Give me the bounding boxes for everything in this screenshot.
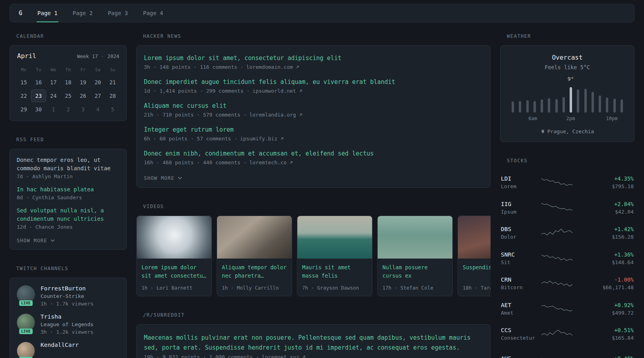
hn-meta-text: 1d · 1,414 points · 299 comments · bbox=[144, 88, 250, 94]
video-body: Aliquam tempor dolor nec pharetra… 1h · … bbox=[217, 259, 292, 296]
hn-domain-link[interactable]: ipsumworld.net bbox=[252, 88, 296, 94]
tab-page-1[interactable]: Page 1 bbox=[32, 4, 63, 22]
hn-domain-link[interactable]: loremtech.co bbox=[249, 160, 287, 165]
stock-change: +4.35% bbox=[572, 175, 634, 182]
video-card[interactable]: Lorem ipsum dolor sit amet consectetu… 1… bbox=[136, 216, 212, 296]
twitch-channel[interactable]: LIVE KendallCarr bbox=[17, 342, 120, 358]
avatar-wrap: LIVE bbox=[17, 313, 35, 332]
chevron-down-icon bbox=[50, 239, 55, 242]
rss-headline[interactable]: In hac habitasse platea bbox=[17, 185, 120, 194]
video-title[interactable]: Lorem ipsum dolor sit amet consectetu… bbox=[142, 263, 207, 280]
stock-name: Ipsum bbox=[501, 209, 541, 215]
stock-sparkline bbox=[541, 278, 572, 290]
weather-bar bbox=[563, 97, 565, 113]
calendar-year: 2024 bbox=[107, 53, 119, 59]
channel-info: Trisha League of Legends 3h · 1.2k viewe… bbox=[41, 313, 93, 335]
subreddit-domain-link[interactable]: loremnet.xyz bbox=[262, 354, 299, 358]
hn-domain-link[interactable]: loremdomain.com bbox=[246, 64, 293, 70]
stock-row[interactable]: LDI Lorem +4.35% $795.18 bbox=[501, 170, 634, 195]
external-link-icon bbox=[299, 113, 303, 117]
weather-widget: Overcast Feels like 5°C 9° 6am 2pm 10pm bbox=[500, 45, 634, 142]
stock-change: +2.84% bbox=[572, 201, 634, 207]
twitch-channel[interactable]: LIVE ForrestBurton Counter-Strike 1h · 1… bbox=[17, 285, 120, 307]
twitch-channel[interactable]: LIVE Trisha League of Legends 3h · 1.2k … bbox=[17, 313, 120, 335]
hn-title[interactable]: Integer eget rutrum lorem bbox=[144, 126, 483, 134]
calendar-day: 25 bbox=[61, 90, 76, 102]
hn-domain-link[interactable]: loremlandia.org bbox=[249, 112, 296, 118]
stock-sparkline bbox=[541, 202, 572, 214]
stock-row[interactable]: AHS +0.46% bbox=[501, 347, 634, 358]
stock-row[interactable]: AET Amet +0.92% $499.72 bbox=[501, 296, 634, 322]
show-more-label: SHOW MORE bbox=[17, 237, 47, 243]
video-title[interactable]: Nullam posuere cursus ex bbox=[382, 263, 448, 280]
rss-headline[interactable]: Donec tempor eros leo, ut commodo mauris… bbox=[17, 156, 120, 173]
tab-page-2[interactable]: Page 2 bbox=[67, 4, 99, 22]
hn-title[interactable]: Lorem ipsum dolor sit amet, consectetur … bbox=[144, 54, 483, 62]
stock-row[interactable]: CRN Bitcorn -1.00% $66,171.48 bbox=[501, 271, 634, 296]
hn-meta-text: 6h · 60 points · 57 comments · bbox=[144, 136, 237, 142]
hn-title[interactable]: Donec imperdiet augue tincidunt felis al… bbox=[144, 78, 483, 86]
weather-section-title: WEATHER bbox=[507, 33, 634, 39]
videos-row[interactable]: Lorem ipsum dolor sit amet consectetu… 1… bbox=[136, 216, 491, 296]
channel-meta: 3h · 1.2k viewers bbox=[41, 329, 93, 335]
calendar-week-year: Week 17 · 2024 bbox=[77, 53, 119, 59]
calendar-day: 27 bbox=[90, 90, 105, 102]
stock-ticker: AET bbox=[501, 302, 541, 308]
channel-game: League of Legends bbox=[41, 321, 93, 327]
calendar-day: 19 bbox=[76, 76, 90, 89]
stock-row[interactable]: DBS Dolor +1.42% $156.28 bbox=[501, 220, 634, 246]
subreddit-post-title[interactable]: Maecenas mollis pulvinar erat non posuer… bbox=[144, 333, 483, 353]
middle-column: HACKER NEWS Lorem ipsum dolor sit amet, … bbox=[136, 33, 491, 358]
hn-meta: 21h · 710 points · 579 comments · loreml… bbox=[144, 112, 483, 118]
tab-page-4[interactable]: Page 4 bbox=[138, 4, 169, 22]
stock-price: $42.04 bbox=[572, 209, 634, 215]
stock-ticker: DBS bbox=[501, 226, 541, 232]
video-title[interactable]: Suspendisse diam bbox=[463, 263, 491, 272]
calendar-dow: Tu bbox=[31, 64, 46, 75]
stock-price: $499.72 bbox=[572, 310, 634, 316]
video-card[interactable]: Mauris sit amet massa felis 7h · Grayson… bbox=[297, 216, 372, 296]
hn-item: Donec enim nibh, condimentum et accumsan… bbox=[144, 150, 483, 165]
video-card[interactable]: Nullam posuere cursus ex 17h · Stefan Co… bbox=[377, 216, 453, 296]
video-card[interactable]: Aliquam tempor dolor nec pharetra… 1h · … bbox=[217, 216, 292, 296]
rss-headline[interactable]: Sed volutpat nulla nisl, a condimentum n… bbox=[17, 206, 120, 223]
calendar-dow: We bbox=[46, 64, 61, 75]
calendar-section-title: CALENDAR bbox=[16, 33, 127, 39]
stock-info: AHS bbox=[501, 355, 541, 358]
calendar-dow: Th bbox=[61, 64, 76, 75]
stock-info: SNRC Sit bbox=[501, 251, 541, 265]
calendar-grid: Mo Tu We Th Fr Sa Su 15 16 17 18 19 20 2… bbox=[16, 64, 120, 116]
hn-show-more-button[interactable]: SHOW MORE bbox=[144, 175, 182, 181]
video-title[interactable]: Aliquam tempor dolor nec pharetra… bbox=[222, 263, 287, 280]
stock-price: $165.84 bbox=[572, 335, 634, 341]
calendar-week: Week 17 bbox=[77, 53, 98, 59]
videos-section-title: VIDEOS bbox=[143, 204, 491, 209]
rss-widget: Donec tempor eros leo, ut commodo mauris… bbox=[10, 149, 127, 250]
stock-row[interactable]: SNRC Sit +1.36% $148.64 bbox=[501, 246, 634, 271]
subreddit-meta-text: 19h · 9,932 points · 1,090 comments · bbox=[144, 354, 259, 358]
stock-row[interactable]: IIG Ipsum +2.84% $42.04 bbox=[501, 195, 634, 221]
hn-title[interactable]: Aliquam nec cursus elit bbox=[144, 102, 483, 110]
rss-show-more-button[interactable]: SHOW MORE bbox=[17, 237, 55, 243]
video-card[interactable]: Suspendisse diam 18h · Tara bbox=[458, 216, 491, 296]
external-link-icon bbox=[302, 355, 306, 358]
stock-values: +2.84% $42.04 bbox=[572, 201, 634, 215]
video-thumbnail bbox=[458, 216, 491, 259]
video-title[interactable]: Mauris sit amet massa felis bbox=[302, 263, 367, 280]
video-thumbnail bbox=[378, 216, 452, 259]
weather-bar bbox=[577, 90, 579, 113]
calendar-day: 1 bbox=[46, 103, 61, 116]
stock-price: $66,171.48 bbox=[572, 284, 634, 290]
tab-page-3[interactable]: Page 3 bbox=[102, 4, 134, 22]
avatar-wrap: LIVE bbox=[17, 285, 35, 304]
twitch-section-title: TWITCH CHANNELS bbox=[16, 266, 127, 271]
calendar-dow: Su bbox=[105, 64, 120, 75]
stock-row[interactable]: CCS Consectetur +0.51% $165.84 bbox=[501, 321, 634, 347]
calendar-day: 29 bbox=[16, 103, 31, 116]
stock-sparkline bbox=[541, 252, 572, 264]
hn-domain-link[interactable]: ipsumify.biz bbox=[240, 136, 277, 142]
stock-values: +0.46% bbox=[572, 355, 634, 358]
hn-title[interactable]: Donec enim nibh, condimentum et accumsan… bbox=[144, 150, 483, 158]
calendar-day: 18 bbox=[61, 76, 76, 89]
weather-section: WEATHER Overcast Feels like 5°C 9° 6am 2… bbox=[500, 33, 634, 142]
